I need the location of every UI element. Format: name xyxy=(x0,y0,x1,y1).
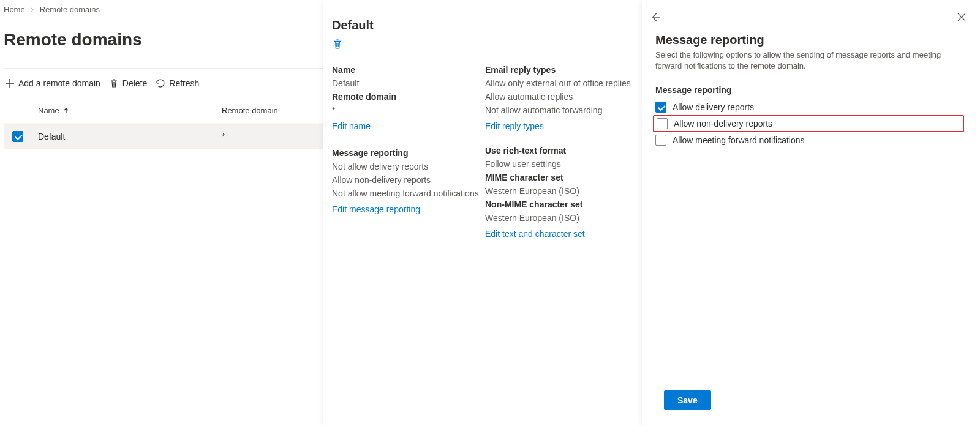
form-title: Message reporting xyxy=(649,33,968,47)
checkbox-meeting[interactable] xyxy=(655,135,666,146)
label-mime: MIME character set xyxy=(485,173,644,182)
details-title: Default xyxy=(332,18,642,32)
add-label: Add a remote domain xyxy=(18,78,100,88)
value-name: Default xyxy=(332,78,485,88)
checkbox-row-nondelivery[interactable]: Allow non-delivery reports xyxy=(653,115,964,132)
value-reply-3: Not allow automatic forwarding xyxy=(485,105,644,115)
add-remote-domain-button[interactable]: Add a remote domain xyxy=(5,78,100,88)
checkbox-nondelivery-label: Allow non-delivery reports xyxy=(674,119,772,129)
plus-icon xyxy=(5,78,15,88)
form-description: Select the following options to allow th… xyxy=(649,50,968,72)
value-reply-1: Allow only external out of office replie… xyxy=(485,78,644,88)
checkbox-nondelivery[interactable] xyxy=(657,118,668,129)
value-msgrep-1: Not allow delivery reports xyxy=(332,162,485,171)
value-msgrep-2: Allow non-delivery reports xyxy=(332,175,485,185)
row-name: Default xyxy=(38,132,222,141)
details-panel: Default Name Default Remote domain * Edi… xyxy=(323,0,642,426)
label-domain: Remote domain xyxy=(332,92,485,102)
label-reply-types: Email reply types xyxy=(485,65,644,75)
message-reporting-panel: Message reporting Select the following o… xyxy=(642,0,980,426)
edit-name-link[interactable]: Edit name xyxy=(332,121,371,131)
row-checkbox[interactable] xyxy=(12,131,23,142)
back-button[interactable] xyxy=(649,11,662,23)
sort-asc-icon xyxy=(63,108,69,114)
chevron-right-icon xyxy=(30,7,35,12)
delete-label: Delete xyxy=(123,78,147,88)
value-reply-2: Allow automatic replies xyxy=(485,92,644,102)
trash-icon xyxy=(109,78,119,88)
value-richtext: Follow user settings xyxy=(485,159,644,169)
edit-text-charset-link[interactable]: Edit text and character set xyxy=(485,229,585,239)
value-domain: * xyxy=(332,105,485,115)
delete-domain-button[interactable] xyxy=(332,39,343,50)
col-name-label: Name xyxy=(38,106,59,115)
edit-reply-types-link[interactable]: Edit reply types xyxy=(485,121,544,131)
breadcrumb-home[interactable]: Home xyxy=(4,5,25,14)
label-name: Name xyxy=(332,65,485,75)
save-button[interactable]: Save xyxy=(664,390,711,410)
refresh-button[interactable]: Refresh xyxy=(156,78,199,88)
label-message-reporting: Message reporting xyxy=(332,148,485,158)
checkbox-delivery[interactable] xyxy=(655,102,666,113)
checkbox-delivery-label: Allow delivery reports xyxy=(673,102,754,112)
value-mime: Western European (ISO) xyxy=(485,186,644,196)
refresh-label: Refresh xyxy=(169,78,199,88)
close-button[interactable] xyxy=(956,11,968,23)
value-nonmime: Western European (ISO) xyxy=(485,213,644,223)
label-nonmime: Non-MIME character set xyxy=(485,200,644,209)
refresh-icon xyxy=(156,78,165,88)
col-header-name[interactable]: Name xyxy=(38,106,222,115)
checkbox-meeting-label: Allow meeting forward notifications xyxy=(673,135,805,145)
breadcrumb-current: Remote domains xyxy=(40,5,100,14)
label-richtext: Use rich-text format xyxy=(485,146,644,155)
form-section-label: Message reporting xyxy=(649,85,968,95)
edit-message-reporting-link[interactable]: Edit message reporting xyxy=(332,204,420,214)
checkbox-row-meeting[interactable]: Allow meeting forward notifications xyxy=(649,132,968,149)
checkbox-row-delivery[interactable]: Allow delivery reports xyxy=(649,99,968,116)
delete-button[interactable]: Delete xyxy=(109,78,147,88)
value-msgrep-3: Not allow meeting forward notifications xyxy=(332,189,485,198)
